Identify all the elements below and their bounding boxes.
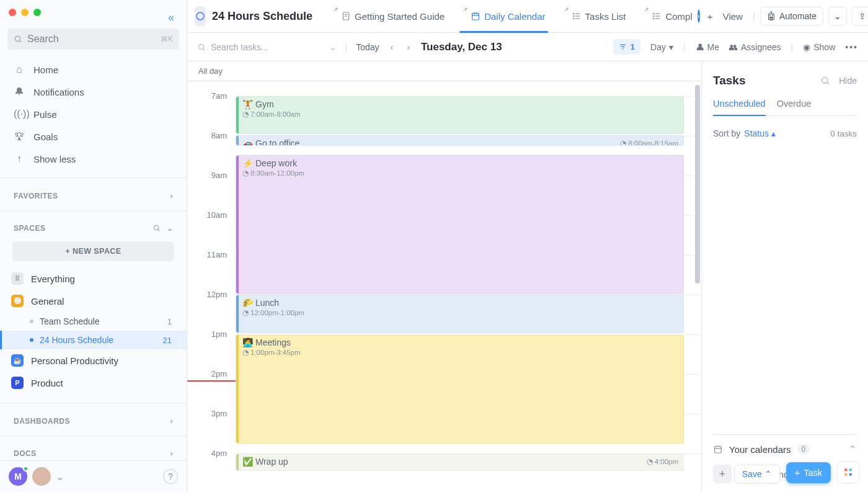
new-task-button[interactable]: +Task <box>786 462 831 483</box>
svg-point-4 <box>197 12 204 20</box>
tab-daily-calendar[interactable]: 📌︎ Daily Calendar <box>454 0 552 32</box>
home-icon: ⌂ <box>14 64 25 75</box>
prev-day-icon[interactable]: ‹ <box>388 41 396 53</box>
tab-unscheduled[interactable]: Unscheduled <box>713 99 766 116</box>
tab-overdue[interactable]: Overdue <box>777 99 812 115</box>
tab-getting-started[interactable]: 📌︎ Getting Started Guide <box>325 0 452 32</box>
calendar-event[interactable]: ⚡Deep work◔8:30am-12:00pm <box>236 155 684 294</box>
space-personal-productivity[interactable]: ☕ Personal Productivity <box>0 349 187 372</box>
hide-panel-button[interactable]: Hide <box>839 76 857 86</box>
tab-completed[interactable]: 📌︎ Compl <box>636 0 694 32</box>
space-general-label: General <box>31 296 64 306</box>
scrollbar[interactable] <box>695 81 700 492</box>
eye-icon: ◉ <box>803 42 810 52</box>
next-day-icon[interactable]: › <box>404 41 412 53</box>
save-button[interactable]: Save⌃ <box>734 465 780 483</box>
calendar-event[interactable]: 🚗Go to office◔8:00am-8:15am <box>236 135 684 146</box>
your-calendars-header[interactable]: Your calendars 0 ⌃ <box>713 444 857 455</box>
chevron-right-icon: › <box>170 449 174 458</box>
tab-tasks-list[interactable]: 📌︎ Tasks List <box>556 0 634 32</box>
svg-point-33 <box>844 468 848 472</box>
spaces-label: SPACES <box>14 224 45 233</box>
automate-button[interactable]: 🤖︎Automate <box>760 7 823 25</box>
scrollbar-thumb[interactable] <box>695 85 700 284</box>
calendar-event[interactable]: ✅Wrap up◔4:00pm <box>236 454 684 471</box>
minimize-window-icon[interactable] <box>21 9 29 16</box>
chevron-down-icon[interactable]: ⌄ <box>56 471 64 483</box>
calendar-event[interactable]: 🌮Lunch◔12:00pm-1:00pm <box>236 295 684 333</box>
svg-point-23 <box>653 18 654 19</box>
close-window-icon[interactable] <box>9 9 16 16</box>
space-everything[interactable]: ⠿ Everything <box>0 267 187 290</box>
more-menu-icon[interactable]: ••• <box>845 42 858 52</box>
today-button[interactable]: Today <box>356 42 379 52</box>
avatar-2[interactable] <box>32 467 51 486</box>
svg-line-25 <box>203 48 205 50</box>
dashboards-header[interactable]: DASHBOARDS › <box>0 407 187 432</box>
list-24-hours-schedule[interactable]: 24 Hours Schedule 21 <box>0 331 187 349</box>
sort-by-value[interactable]: Status▴ <box>744 128 776 138</box>
space-personal-label: Personal Productivity <box>31 356 118 366</box>
calendar-event[interactable]: 👩‍💻Meetings◔1:00pm-3:45pm <box>236 334 684 444</box>
sidebar: « Search ⌘K ⌂Home 🔔︎Notifications ((·))P… <box>0 0 187 492</box>
spaces-header[interactable]: SPACES ⌄ <box>0 214 187 239</box>
assignees-filter[interactable]: 👥︎Assignees <box>729 42 781 52</box>
nav-goals[interactable]: 🏆︎Goals <box>0 125 187 148</box>
calendar-icon <box>713 444 723 454</box>
new-space-button[interactable]: + NEW SPACE <box>12 241 174 261</box>
docs-header[interactable]: DOCS › <box>0 439 187 460</box>
pin-icon: 📌︎ <box>332 6 339 13</box>
share-button[interactable]: ⇪Share <box>852 7 868 25</box>
double-chevron-up-icon: ⌃ <box>764 469 772 479</box>
avatar[interactable]: M <box>9 467 27 486</box>
svg-point-0 <box>15 36 20 41</box>
day-selector[interactable]: Day ▾ <box>650 42 673 52</box>
event-emoji: ⚡ <box>242 158 253 168</box>
nav-show-less[interactable]: ↑Show less <box>0 148 187 170</box>
chevron-right-icon: › <box>170 192 174 200</box>
svg-rect-31 <box>715 446 722 453</box>
show-toggle[interactable]: ◉Show <box>803 42 835 52</box>
tasks-panel: Tasks Hide Unscheduled Overdue Sort by S… <box>702 61 868 492</box>
scroll-tabs-right-icon[interactable]: › <box>698 9 700 23</box>
bell-icon: 🔔︎ <box>14 86 25 97</box>
apps-button[interactable] <box>837 461 859 483</box>
sort-by-label: Sort by <box>713 128 740 138</box>
calendar-event[interactable]: 🏋️Gym◔7:00am-8:00am <box>236 96 684 134</box>
nav-notifications[interactable]: 🔔︎Notifications <box>0 81 187 103</box>
calendar-area: All day 6am7am8am9am10am11am12pm1pm2pm3p… <box>187 61 702 492</box>
zoom-window-icon[interactable] <box>33 9 41 16</box>
pulse-icon: ((·)) <box>14 109 25 120</box>
assignees-label: Assignees <box>741 42 781 52</box>
search-icon[interactable] <box>820 76 830 86</box>
event-emoji: 🚗 <box>242 138 253 146</box>
collapse-sidebar-icon[interactable]: « <box>168 11 174 24</box>
me-filter[interactable]: 👤︎Me <box>696 42 719 52</box>
search-placeholder: Search <box>27 34 59 45</box>
docs-label: DOCS <box>14 449 37 458</box>
automate-dropdown[interactable]: ⌄ <box>828 7 847 25</box>
add-view-button[interactable]: + View <box>702 11 748 22</box>
all-day-row[interactable]: All day <box>187 61 701 81</box>
active-indicator <box>0 331 2 349</box>
clock-icon: ◔ <box>647 457 653 466</box>
nav-pulse[interactable]: ((·))Pulse <box>0 103 187 125</box>
hour-label: 12pm <box>187 290 234 329</box>
svg-point-16 <box>573 16 574 16</box>
global-search[interactable]: Search ⌘K <box>7 29 179 50</box>
spaces-search-icon[interactable] <box>153 224 161 233</box>
help-icon[interactable]: ? <box>163 469 178 484</box>
nav-home[interactable]: ⌂Home <box>0 58 187 81</box>
favorites-header[interactable]: FAVORITES › <box>0 182 187 207</box>
list-team-schedule[interactable]: Team Schedule 1 <box>0 312 187 331</box>
nav-home-label: Home <box>33 65 58 75</box>
calendar-toolbar: Search tasks... ⌄ | Today ‹ › Tuesday, D… <box>187 33 868 61</box>
space-general[interactable]: 🌐︎ General <box>0 290 187 312</box>
chevron-down-icon[interactable]: ⌄ <box>167 224 174 233</box>
space-product[interactable]: P Product <box>0 372 187 394</box>
search-tasks[interactable]: Search tasks... ⌄ <box>197 42 337 52</box>
svg-point-21 <box>653 13 654 14</box>
filter-pill[interactable]: 1 <box>613 39 640 55</box>
event-title: Meetings <box>255 338 291 347</box>
new-space-label: NEW SPACE <box>73 247 121 256</box>
